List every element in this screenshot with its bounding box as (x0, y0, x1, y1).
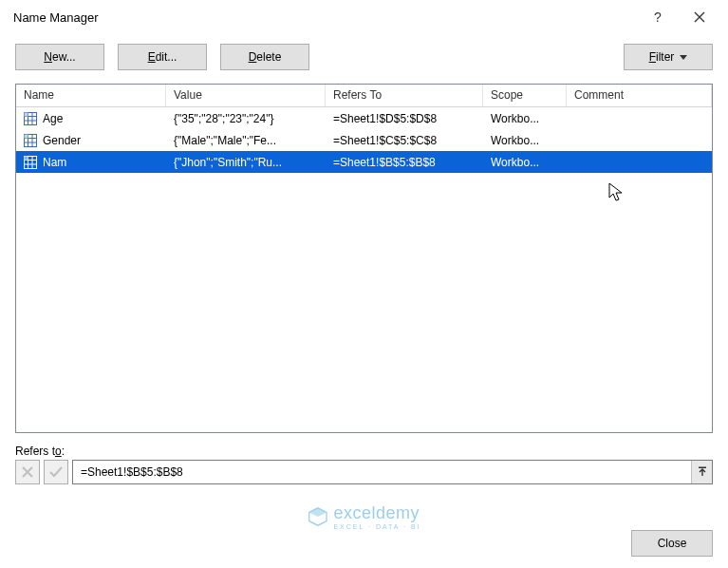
column-header-refers[interactable]: Refers To (326, 85, 483, 106)
row-value: {"35";"28";"23";"24"} (166, 112, 326, 125)
refers-to-row (15, 460, 713, 484)
dialog-footer: Close (631, 530, 713, 557)
row-name: Gender (43, 134, 81, 147)
close-icon (694, 11, 705, 23)
svg-rect-6 (699, 467, 706, 469)
row-value: {"Jhon";"Smith";"Ru... (166, 156, 326, 169)
collapse-dialog-button[interactable] (691, 461, 712, 483)
list-body[interactable]: Age{"35";"28";"23";"24"}=Sheet1!$D$5:$D$… (16, 107, 712, 432)
new-button[interactable]: New... (15, 44, 104, 70)
defined-name-icon (24, 156, 37, 169)
row-name: Nam (43, 156, 66, 169)
column-header-value[interactable]: Value (166, 85, 326, 106)
column-header-scope[interactable]: Scope (483, 85, 567, 106)
watermark: exceldemy EXCEL · DATA · BI (307, 503, 420, 530)
table-row[interactable]: Gender{"Male";"Male";"Fe...=Sheet1!$C$5:… (16, 129, 712, 151)
svg-marker-7 (308, 508, 326, 525)
help-button[interactable]: ? (637, 3, 679, 31)
edit-button[interactable]: Edit... (118, 44, 207, 70)
refers-to-input[interactable] (73, 461, 691, 483)
x-icon (22, 466, 33, 478)
row-refers: =Sheet1!$D$5:$D$8 (326, 112, 483, 125)
row-value: {"Male";"Male";"Fe... (166, 134, 326, 147)
list-header[interactable]: Name Value Refers To Scope Comment (16, 85, 712, 107)
refers-to-input-wrap (72, 460, 713, 484)
window-title: Name Manager (13, 10, 637, 25)
svg-rect-3 (25, 134, 28, 138)
defined-name-icon (24, 134, 37, 147)
logo-icon (307, 506, 327, 527)
toolbar: New... Edit... Delete Filter (0, 34, 728, 84)
svg-rect-5 (25, 156, 28, 160)
names-list: Name Value Refers To Scope Comment Age{"… (15, 84, 713, 433)
row-scope: Workbo... (483, 156, 567, 169)
table-row[interactable]: Nam{"Jhon";"Smith";"Ru...=Sheet1!$B$5:$B… (16, 151, 712, 173)
collapse-icon (697, 466, 708, 478)
column-header-comment[interactable]: Comment (567, 85, 712, 106)
refers-to-label: Refers to: (15, 445, 713, 458)
svg-marker-8 (308, 508, 326, 517)
column-header-name[interactable]: Name (16, 85, 166, 106)
check-icon (49, 466, 63, 478)
title-bar: Name Manager ? (0, 0, 728, 34)
svg-rect-1 (25, 112, 28, 116)
row-name: Age (43, 112, 63, 125)
row-scope: Workbo... (483, 112, 567, 125)
close-window-button[interactable] (679, 3, 720, 31)
chevron-down-icon (680, 55, 687, 60)
commit-refers-button[interactable] (44, 460, 68, 484)
defined-name-icon (24, 112, 37, 125)
row-refers: =Sheet1!$C$5:$C$8 (326, 134, 483, 147)
table-row[interactable]: Age{"35";"28";"23";"24"}=Sheet1!$D$5:$D$… (16, 107, 712, 129)
close-button[interactable]: Close (631, 530, 713, 557)
filter-button[interactable]: Filter (624, 44, 713, 70)
row-refers: =Sheet1!$B$5:$B$8 (326, 156, 483, 169)
row-scope: Workbo... (483, 134, 567, 147)
delete-button[interactable]: Delete (220, 44, 309, 70)
cancel-refers-button[interactable] (15, 460, 40, 484)
